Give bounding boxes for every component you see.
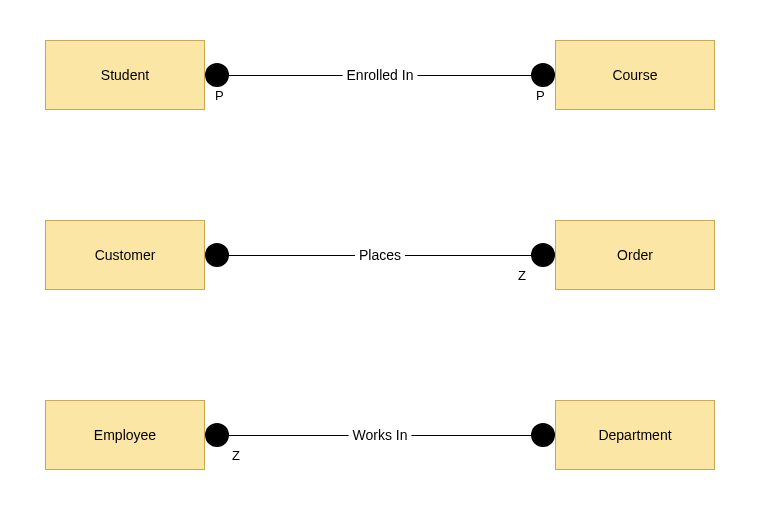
entity-student-label: Student (101, 67, 149, 83)
entity-customer-label: Customer (95, 247, 156, 263)
entity-department[interactable]: Department (555, 400, 715, 470)
cardinality-dot-icon (531, 243, 555, 267)
cardinality-label-right: Z (518, 268, 526, 283)
cardinality-dot-icon (205, 423, 229, 447)
relation-label-places: Places (355, 247, 405, 263)
entity-order-label: Order (617, 247, 653, 263)
relation-label-works-in: Works In (349, 427, 412, 443)
entity-employee[interactable]: Employee (45, 400, 205, 470)
entity-course[interactable]: Course (555, 40, 715, 110)
entity-employee-label: Employee (94, 427, 156, 443)
cardinality-dot-icon (531, 423, 555, 447)
cardinality-label-left: P (215, 88, 224, 103)
cardinality-label-left: Z (232, 448, 240, 463)
cardinality-label-right: P (536, 88, 545, 103)
cardinality-dot-icon (205, 243, 229, 267)
relation-label-enrolled-in: Enrolled In (343, 67, 418, 83)
entity-customer[interactable]: Customer (45, 220, 205, 290)
entity-course-label: Course (612, 67, 657, 83)
entity-order[interactable]: Order (555, 220, 715, 290)
entity-department-label: Department (598, 427, 671, 443)
cardinality-dot-icon (531, 63, 555, 87)
cardinality-dot-icon (205, 63, 229, 87)
entity-student[interactable]: Student (45, 40, 205, 110)
